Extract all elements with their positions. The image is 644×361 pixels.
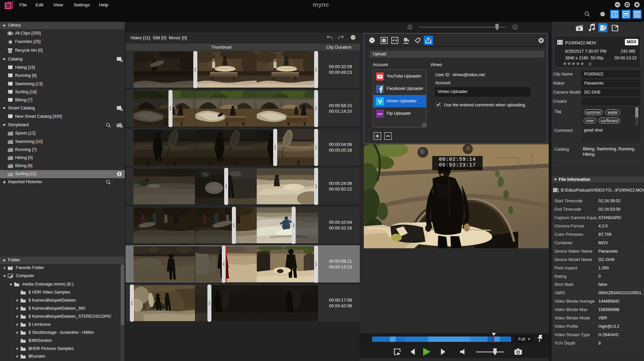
svg-text:FTP: FTP [377,113,383,116]
